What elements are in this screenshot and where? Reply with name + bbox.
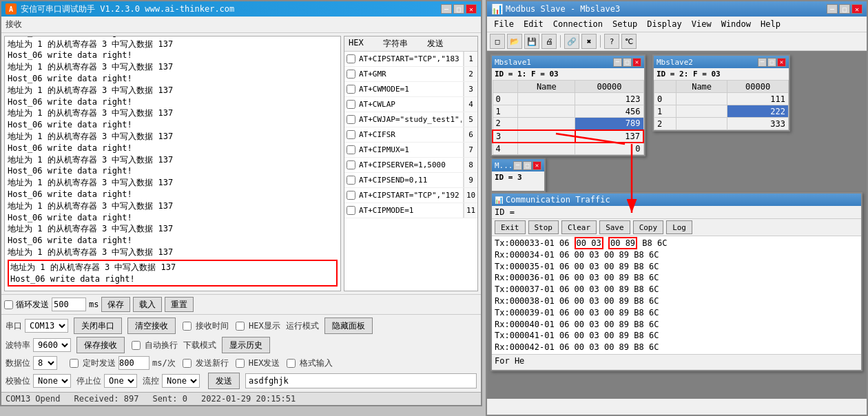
multitext-row-num[interactable]: 4 bbox=[464, 97, 477, 112]
save-btn[interactable]: 保存 bbox=[101, 297, 130, 312]
multitext-row-num[interactable]: 1 bbox=[464, 52, 477, 66]
multitext-row-input[interactable] bbox=[358, 188, 464, 202]
load-btn[interactable]: 载入 bbox=[133, 297, 162, 312]
multitext-row-input[interactable] bbox=[358, 127, 464, 142]
mbslave2-minimize[interactable]: ─ bbox=[758, 58, 767, 67]
multitext-row-input[interactable] bbox=[358, 52, 464, 66]
loop-send-interval[interactable] bbox=[52, 298, 86, 311]
toolbar-disconnect[interactable]: ✖ bbox=[581, 34, 597, 49]
reset-btn[interactable]: 重置 bbox=[165, 297, 194, 312]
mbslave2-col-addr: 00000 bbox=[727, 81, 789, 93]
clear-recv-btn[interactable]: 清空接收 bbox=[127, 318, 176, 334]
maximize-btn[interactable]: □ bbox=[453, 4, 464, 14]
toolbar-help[interactable]: ? bbox=[604, 34, 619, 49]
comm-stop-btn[interactable]: Stop bbox=[528, 220, 559, 234]
minimize-btn[interactable]: ─ bbox=[441, 4, 452, 14]
mbslave2-maximize[interactable]: □ bbox=[767, 58, 776, 67]
modbus-minimize-btn[interactable]: ─ bbox=[827, 4, 838, 14]
modbus-close-btn[interactable]: ✕ bbox=[851, 4, 862, 14]
multitext-row-checkbox[interactable] bbox=[347, 70, 355, 79]
close-btn[interactable]: ✕ bbox=[466, 4, 477, 14]
toolbar-open[interactable]: 📂 bbox=[507, 34, 522, 49]
multitext-row-num[interactable]: 11 bbox=[464, 203, 477, 218]
multitext-row-num[interactable]: 5 bbox=[464, 112, 477, 127]
mbslave3-maximize[interactable]: □ bbox=[523, 161, 532, 170]
multitext-row-input[interactable] bbox=[358, 82, 464, 96]
toolbar-save[interactable]: 💾 bbox=[524, 34, 539, 49]
comm-content[interactable]: Tx:000033-01 06 00 03 00 89 B8 6CRx:0000… bbox=[492, 236, 861, 354]
menu-file[interactable]: File bbox=[490, 18, 518, 30]
comm-exit-btn[interactable]: Exit bbox=[495, 220, 526, 234]
mbslave2-close[interactable]: ✕ bbox=[777, 58, 786, 67]
timed-send-input[interactable] bbox=[118, 356, 149, 370]
send-input[interactable] bbox=[245, 373, 477, 388]
multitext-row-checkbox[interactable] bbox=[347, 206, 355, 215]
menu-edit[interactable]: Edit bbox=[519, 18, 548, 30]
toolbar-print[interactable]: 🖨 bbox=[541, 34, 557, 49]
close-port-btn[interactable]: 关闭串口 bbox=[74, 318, 122, 334]
multitext-row-checkbox[interactable] bbox=[347, 191, 355, 200]
multitext-row-num[interactable]: 6 bbox=[464, 127, 477, 142]
menu-window[interactable]: Window bbox=[717, 18, 755, 30]
multitext-row-num[interactable]: 9 bbox=[464, 173, 477, 187]
multitext-row-num[interactable]: 7 bbox=[464, 143, 477, 157]
multitext-row-num[interactable]: 3 bbox=[464, 82, 477, 96]
modbus-maximize-btn[interactable]: □ bbox=[839, 4, 850, 14]
parity-select[interactable]: None bbox=[33, 374, 71, 388]
multitext-row-input[interactable] bbox=[358, 143, 464, 157]
flow-select[interactable]: None bbox=[162, 374, 200, 388]
multitext-row-num[interactable]: 10 bbox=[464, 188, 477, 202]
mbslave1-maximize[interactable]: □ bbox=[623, 58, 632, 67]
timed-send-cb[interactable] bbox=[70, 359, 79, 368]
receive-area[interactable]: Host_06 write data right!地址为 1 的从机寄存器 3 … bbox=[4, 36, 341, 291]
multitext-row-checkbox[interactable] bbox=[347, 54, 355, 63]
menu-setup[interactable]: Setup bbox=[608, 18, 641, 30]
multitext-row-input[interactable] bbox=[358, 203, 464, 218]
mbslave1-minimize[interactable]: ─ bbox=[613, 58, 622, 67]
multitext-row-checkbox[interactable] bbox=[347, 160, 355, 169]
loop-send-checkbox[interactable] bbox=[4, 300, 13, 309]
multitext-row-checkbox[interactable] bbox=[347, 85, 355, 94]
multitext-row-checkbox[interactable] bbox=[347, 115, 355, 124]
multitext-row-num[interactable]: 8 bbox=[464, 158, 477, 172]
toolbar-new[interactable]: □ bbox=[490, 34, 505, 49]
toolbar-about[interactable]: ℃ bbox=[621, 34, 637, 49]
hex-display-cb[interactable] bbox=[236, 322, 245, 331]
multitext-row-num[interactable]: 2 bbox=[464, 67, 477, 81]
comm-save-btn[interactable]: Save bbox=[599, 220, 630, 234]
port-select[interactable]: COM13 bbox=[25, 319, 68, 333]
multitext-row-checkbox[interactable] bbox=[347, 100, 355, 109]
multitext-row-input[interactable] bbox=[358, 173, 464, 187]
baud-select[interactable]: 9600 bbox=[33, 338, 71, 352]
comm-clear-btn[interactable]: Clear bbox=[561, 220, 597, 234]
multitext-row-input[interactable] bbox=[358, 158, 464, 172]
hide-panel-btn[interactable]: 隐藏面板 bbox=[324, 318, 373, 334]
menu-view[interactable]: View bbox=[688, 18, 716, 30]
multitext-row-input[interactable] bbox=[358, 112, 464, 127]
multitext-row-input[interactable] bbox=[358, 97, 464, 112]
multitext-row-checkbox[interactable] bbox=[347, 145, 355, 154]
recv-time-cb[interactable] bbox=[183, 322, 192, 331]
menu-display[interactable]: Display bbox=[643, 18, 686, 30]
save-recv-btn[interactable]: 保存接收 bbox=[76, 337, 125, 353]
auto-newline-cb[interactable] bbox=[132, 341, 141, 350]
show-history-btn[interactable]: 显示历史 bbox=[222, 337, 270, 353]
menu-connection[interactable]: Connection bbox=[549, 18, 607, 30]
multitext-row-input[interactable] bbox=[358, 67, 464, 81]
send-btn[interactable]: 发送 bbox=[208, 373, 240, 389]
multitext-row-checkbox[interactable] bbox=[347, 130, 355, 139]
hex-send-cb[interactable] bbox=[236, 359, 245, 368]
format-input-cb[interactable] bbox=[287, 359, 296, 368]
mbslave3-minimize[interactable]: ─ bbox=[513, 161, 522, 170]
toolbar-connect[interactable]: 🔗 bbox=[564, 34, 579, 49]
mbslave1-close[interactable]: ✕ bbox=[632, 58, 641, 67]
menu-help[interactable]: Help bbox=[756, 18, 785, 30]
stop-select[interactable]: One bbox=[104, 374, 137, 388]
multitext-row-checkbox[interactable] bbox=[347, 176, 355, 185]
mbslave2-id: ID = 2: F = 03 bbox=[654, 68, 789, 80]
data-select[interactable]: 8 bbox=[33, 356, 57, 370]
newline-cb[interactable] bbox=[183, 359, 192, 368]
comm-copy-btn[interactable]: Copy bbox=[633, 220, 664, 234]
mbslave3-close[interactable]: ✕ bbox=[533, 161, 541, 170]
comm-log-btn[interactable]: Log bbox=[666, 220, 692, 234]
